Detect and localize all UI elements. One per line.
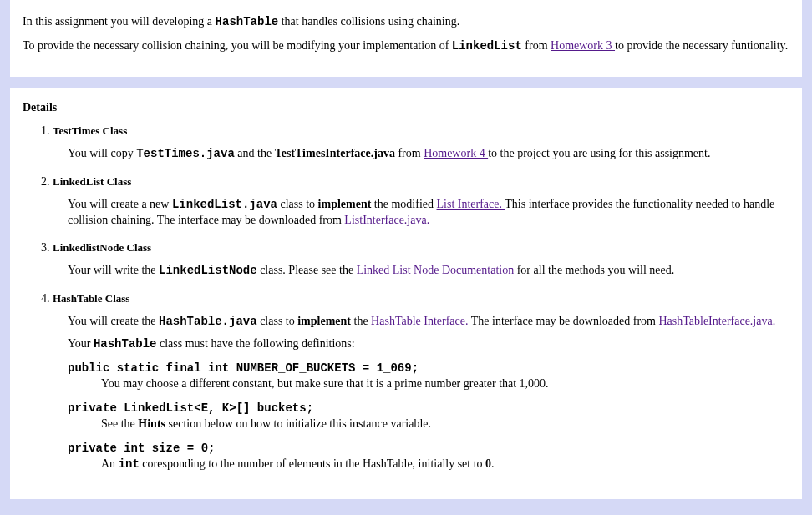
code-linkedlistnode: LinkedListNode: [159, 264, 257, 277]
item-body: You will create the HashTable.java class…: [68, 314, 789, 472]
text: to provide the necessary funtionality.: [615, 39, 788, 52]
hashtable-p1: You will create the HashTable.java class…: [68, 314, 789, 330]
text: that handles collisions using chaining.: [278, 15, 459, 28]
item-body: Your will write the LinkedListNode class…: [68, 263, 789, 279]
definition-buckets: private LinkedList<E, K>[] buckets; See …: [68, 401, 789, 432]
list-item-testtimes: TestTimes Class You will copy TestTimes.…: [53, 124, 789, 162]
definition-desc: See the Hints section below on how to in…: [101, 417, 789, 432]
text: and the: [235, 147, 275, 159]
text: from: [395, 147, 424, 159]
item-title: HashTable Class: [53, 292, 789, 305]
code-hashtable-java: HashTable.java: [159, 315, 257, 328]
text: Your: [68, 337, 94, 350]
text: the: [351, 315, 371, 327]
text: from: [522, 39, 551, 52]
details-list: TestTimes Class You will copy TestTimes.…: [38, 124, 789, 472]
text: You will create the: [68, 315, 159, 327]
text: You will create a new: [68, 198, 172, 210]
code-testtimes-java: TestTimes.java: [136, 147, 235, 160]
bold-implement: implement: [297, 315, 351, 327]
text: to the project you are using for this as…: [488, 147, 710, 159]
code-linkedlist: LinkedList: [452, 39, 522, 53]
item-title: LinkedList Class: [53, 175, 789, 189]
hashtable-p2: Your HashTable class must have the follo…: [68, 336, 789, 352]
bold-testtimesinterface: TestTimesInterface.java: [275, 147, 395, 159]
definition-number-of-buckets: public static final int NUMBER_OF_BUCKET…: [68, 361, 789, 392]
bold-implement: implement: [318, 198, 372, 210]
link-hashtable-interface[interactable]: HashTable Interface.: [371, 315, 471, 327]
intro-section: In this assignment you will developing a…: [10, 0, 802, 77]
link-hashtableinterface-java[interactable]: HashTableInterface.java.: [658, 315, 775, 327]
text: See the: [101, 417, 138, 430]
text: To provide the necessary collision chain…: [23, 39, 452, 52]
link-homework-3[interactable]: Homework 3: [551, 39, 615, 52]
text: Your will write the: [68, 264, 159, 276]
link-homework-4[interactable]: Homework 4: [424, 147, 488, 159]
text: An: [101, 457, 119, 470]
code-line: private LinkedList<E, K>[] buckets;: [68, 401, 789, 417]
item-body: You will create a new LinkedList.java cl…: [68, 197, 789, 229]
item-title: TestTimes Class: [53, 124, 789, 138]
code-hashtable: HashTable: [216, 15, 279, 28]
bold-hints: Hints: [138, 417, 165, 430]
intro-paragraph-2: To provide the necessary collision chain…: [23, 38, 789, 54]
text: class must have the following definition…: [157, 337, 355, 350]
text: class. Please see the: [257, 264, 357, 276]
text: class to: [277, 198, 318, 210]
list-item-linkedlistnode: LinkedlistNode Class Your will write the…: [53, 241, 789, 279]
details-heading: Details: [23, 101, 789, 114]
definition-desc: An int coresponding to the number of ele…: [101, 457, 789, 472]
code-line: private int size = 0;: [68, 441, 789, 457]
code-line: public static final int NUMBER_OF_BUCKET…: [68, 361, 789, 376]
list-item-linkedlist: LinkedList Class You will create a new L…: [53, 175, 789, 229]
list-item-hashtable: HashTable Class You will create the Hash…: [53, 292, 789, 472]
definition-size: private int size = 0; An int corespondin…: [68, 441, 789, 472]
text: .: [491, 457, 495, 470]
link-listinterface-java[interactable]: ListInterface.java.: [344, 214, 429, 226]
text: In this assignment you will developing a: [23, 15, 216, 28]
item-title: LinkedlistNode Class: [53, 241, 789, 255]
item-body: You will copy TestTimes.java and the Tes…: [68, 146, 789, 162]
link-list-interface[interactable]: List Interface.: [437, 198, 505, 210]
intro-paragraph-1: In this assignment you will developing a…: [23, 14, 789, 30]
text: The interface may be downloaded from: [471, 315, 659, 327]
link-linkedlistnode-doc[interactable]: Linked List Node Documentation: [357, 264, 517, 276]
text: coresponding to the number of elements i…: [140, 457, 485, 470]
text: section below on how to initialize this …: [165, 417, 431, 430]
definition-desc: You may choose a different constant, but…: [101, 376, 789, 392]
code-linkedlist-java: LinkedList.java: [172, 198, 277, 211]
text: class to: [257, 315, 298, 327]
details-section: Details TestTimes Class You will copy Te…: [10, 88, 802, 500]
text: for all the methods you will need.: [517, 264, 675, 276]
code-hashtable: HashTable: [94, 337, 157, 351]
text: the modified: [371, 198, 436, 210]
text: You will copy: [68, 147, 136, 159]
code-int: int: [119, 457, 140, 471]
